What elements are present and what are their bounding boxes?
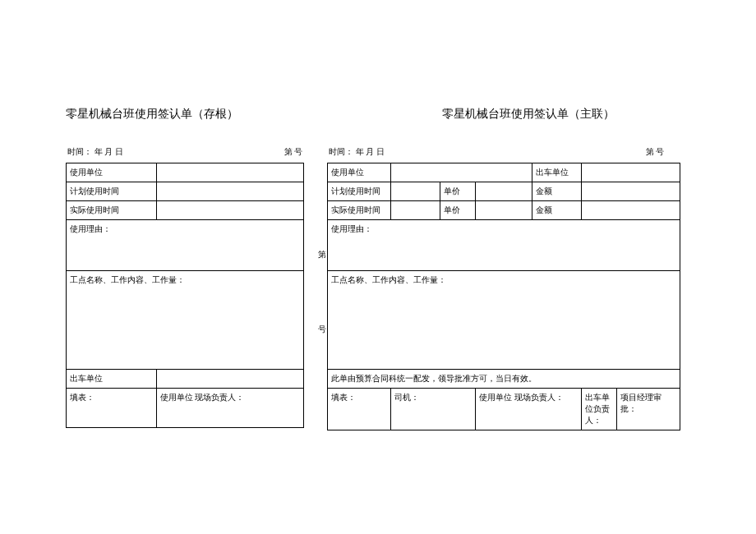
main-note-cell: 此单由预算合同科统一配发，领导批准方可，当日有效。 xyxy=(328,370,680,389)
stub-table: 使用单位 计划使用时间 实际使用时间 使用理由： 工点名称、工作内容、工作量： xyxy=(66,163,304,428)
stub-sig-unit-leader[interactable]: 使用单位 现场负责人： xyxy=(156,389,303,428)
main-sig-unit-leader[interactable]: 使用单位 现场负责人： xyxy=(476,389,582,430)
table-row: 实际使用时间 xyxy=(67,201,304,220)
stub-no-label: 第 号 xyxy=(284,146,303,158)
table-row: 计划使用时间 xyxy=(67,182,304,201)
stub-reason-label: 使用理由： xyxy=(70,224,111,233)
table-row: 此单由预算合同科统一配发，领导批准方可，当日有效。 xyxy=(328,370,680,389)
stub-actual-time-value[interactable] xyxy=(156,201,303,220)
main-actual-time-label: 实际使用时间 xyxy=(328,201,391,220)
form-main: 零星机械台班使用签认单（主联） 时间： 年 月 日 第 号 使用单位 出车单位 … xyxy=(327,107,680,430)
main-actual-price-label: 单价 xyxy=(440,201,476,220)
main-title: 零星机械台班使用签认单（主联） xyxy=(327,107,680,122)
main-plan-time-value[interactable] xyxy=(391,182,440,201)
main-plan-amount-value[interactable] xyxy=(581,182,680,201)
main-dispatch-unit-label: 出车单位 xyxy=(532,163,581,182)
stub-header-line: 时间： 年 月 日 第 号 xyxy=(66,146,304,158)
main-plan-price-value[interactable] xyxy=(476,182,532,201)
table-row: 工点名称、工作内容、工作量： xyxy=(67,271,304,370)
stub-plan-time-value[interactable] xyxy=(156,182,303,201)
main-table: 使用单位 出车单位 计划使用时间 单价 金额 实际使用时间 单价 金额 xyxy=(327,163,680,430)
main-time-label: 时间： 年 月 日 xyxy=(329,146,385,158)
table-row: 计划使用时间 单价 金额 xyxy=(328,182,680,201)
form-stub: 零星机械台班使用签认单（存根） 时间： 年 月 日 第 号 使用单位 计划使用时… xyxy=(66,107,304,428)
main-using-unit-label: 使用单位 xyxy=(328,163,391,182)
main-sig-driver[interactable]: 司机： xyxy=(391,389,476,430)
main-sig-dispatch-leader-label: 出车单位负责人： xyxy=(585,393,610,425)
stub-sig-filler[interactable]: 填表： xyxy=(67,389,157,428)
main-sig-pm[interactable]: 项目经理审批： xyxy=(616,389,680,430)
stub-work-cell[interactable]: 工点名称、工作内容、工作量： xyxy=(67,271,304,370)
main-plan-amount-label: 金额 xyxy=(532,182,581,201)
stub-time-label: 时间： 年 月 日 xyxy=(67,146,123,158)
main-using-unit-value[interactable] xyxy=(391,163,532,182)
main-actual-amount-label: 金额 xyxy=(532,201,581,220)
main-reason-cell[interactable]: 使用理由： xyxy=(328,220,680,271)
stub-sig-filler-label: 填表： xyxy=(70,393,94,402)
table-row: 使用单位 xyxy=(67,163,304,182)
main-sig-unit-leader-label: 使用单位 现场负责人： xyxy=(479,393,564,402)
main-sig-filler-label: 填表： xyxy=(331,393,356,402)
main-sig-dispatch-leader[interactable]: 出车单位负责人： xyxy=(581,389,616,430)
table-row: 填表： 使用单位 现场负责人： xyxy=(67,389,304,428)
main-sig-driver-label: 司机： xyxy=(394,393,419,402)
stub-title: 零星机械台班使用签认单（存根） xyxy=(66,107,304,122)
main-dispatch-unit-value[interactable] xyxy=(581,163,680,182)
table-row: 工点名称、工作内容、工作量： xyxy=(328,271,680,370)
main-plan-time-label: 计划使用时间 xyxy=(328,182,391,201)
stub-dispatch-unit-label: 出车单位 xyxy=(67,370,157,389)
stub-dispatch-unit-value[interactable] xyxy=(156,370,303,389)
stub-reason-cell[interactable]: 使用理由： xyxy=(67,220,304,271)
table-row: 使用理由： xyxy=(67,220,304,271)
main-note-label: 此单由预算合同科统一配发，领导批准方可，当日有效。 xyxy=(331,374,537,383)
table-row: 使用理由： xyxy=(328,220,680,271)
stub-using-unit-label: 使用单位 xyxy=(67,163,157,182)
main-sig-pm-label: 项目经理审批： xyxy=(620,393,662,413)
main-no-label: 第 号 xyxy=(646,146,665,158)
table-row: 填表： 司机： 使用单位 现场负责人： 出车单位负责人： 项目经理审批： xyxy=(328,389,680,430)
stub-sig-unit-leader-label: 使用单位 现场负责人： xyxy=(160,393,245,402)
main-sig-filler[interactable]: 填表： xyxy=(328,389,391,430)
table-row: 出车单位 xyxy=(67,370,304,389)
stub-using-unit-value[interactable] xyxy=(156,163,303,182)
main-work-label: 工点名称、工作内容、工作量： xyxy=(331,275,446,284)
main-reason-label: 使用理由： xyxy=(331,224,372,233)
table-row: 实际使用时间 单价 金额 xyxy=(328,201,680,220)
main-actual-time-value[interactable] xyxy=(391,201,440,220)
main-work-cell[interactable]: 工点名称、工作内容、工作量： xyxy=(328,271,680,370)
main-header-line: 时间： 年 月 日 第 号 xyxy=(327,146,680,158)
table-row: 使用单位 出车单位 xyxy=(328,163,680,182)
main-plan-price-label: 单价 xyxy=(440,182,476,201)
main-actual-amount-value[interactable] xyxy=(581,201,680,220)
stub-work-label: 工点名称、工作内容、工作量： xyxy=(70,275,185,284)
stub-plan-time-label: 计划使用时间 xyxy=(67,182,157,201)
main-actual-price-value[interactable] xyxy=(476,201,532,220)
stub-actual-time-label: 实际使用时间 xyxy=(67,201,157,220)
